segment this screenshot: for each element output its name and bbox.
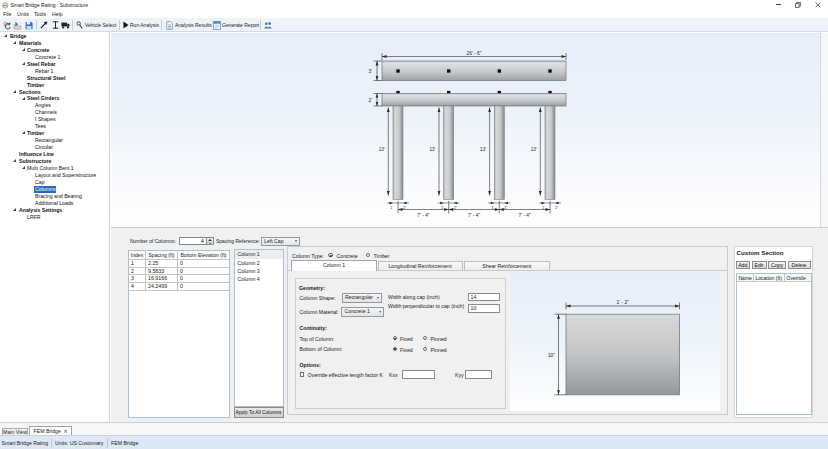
svg-text:3': 3' <box>368 69 372 74</box>
svg-text:7' - 4": 7' - 4" <box>417 213 430 218</box>
svg-text:2': 2' <box>368 98 372 103</box>
svg-text:13': 13' <box>531 147 537 152</box>
svg-text:2": 2" <box>504 206 508 210</box>
svg-text:13': 13' <box>379 147 385 152</box>
svg-text:13': 13' <box>480 147 486 152</box>
svg-text:10": 10" <box>548 352 555 357</box>
svg-text:1' - 2": 1' - 2" <box>617 300 630 305</box>
svg-text:2": 2" <box>454 206 458 210</box>
svg-text:13': 13' <box>430 147 436 152</box>
svg-text:1': 1' <box>441 206 444 210</box>
svg-text:1': 1' <box>542 206 545 210</box>
svg-text:2": 2" <box>555 206 559 210</box>
svg-text:1': 1' <box>390 206 393 210</box>
svg-text:26' - 6": 26' - 6" <box>467 51 482 56</box>
svg-text:2": 2" <box>403 206 407 210</box>
svg-text:7' - 4": 7' - 4" <box>468 213 481 218</box>
svg-text:7' - 4": 7' - 4" <box>518 213 531 218</box>
svg-text:1': 1' <box>492 206 495 210</box>
